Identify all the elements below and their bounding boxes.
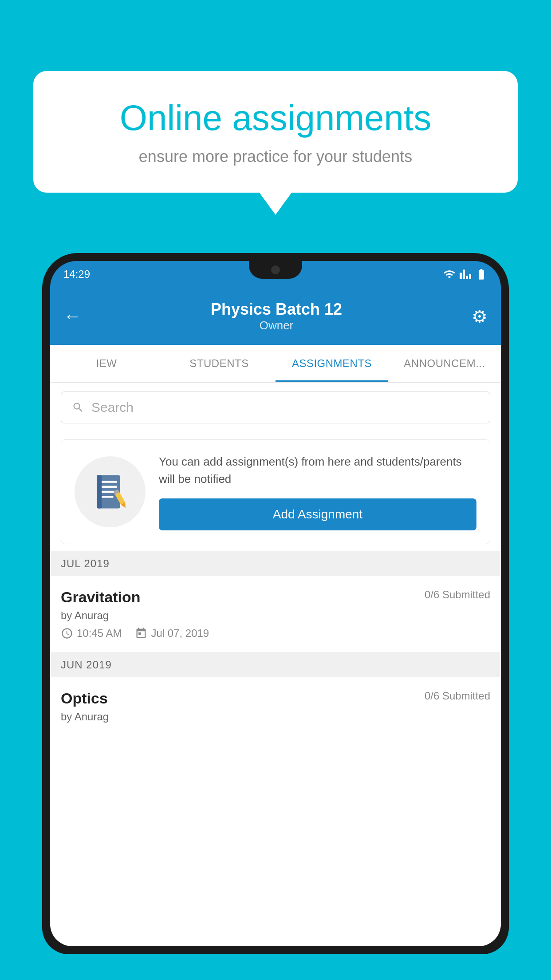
app-header: ← Physics Batch 12 Owner ⚙ [50,288,501,345]
search-icon [72,401,84,414]
time-value-gravitation: 10:45 AM [77,627,122,640]
search-placeholder[interactable]: Search [91,400,134,415]
tabs-bar: IEW STUDENTS ASSIGNMENTS ANNOUNCEM... [50,345,501,383]
tab-assignments[interactable]: ASSIGNMENTS [276,345,388,382]
speech-bubble-container: Online assignments ensure more practice … [33,71,518,193]
tab-announcements[interactable]: ANNOUNCEM... [388,345,501,382]
empty-state-card: You can add assignment(s) from here and … [61,439,490,544]
add-assignment-button[interactable]: Add Assignment [159,498,476,530]
assignment-by-optics: by Anurag [61,711,490,723]
calendar-icon [135,627,147,640]
clock-icon [61,627,73,640]
assignment-submitted-optics: 0/6 Submitted [425,690,490,702]
assignment-submitted-gravitation: 0/6 Submitted [425,589,490,601]
back-button[interactable]: ← [63,306,81,326]
assignment-name-optics: Optics [61,690,108,707]
bubble-subtitle: ensure more practice for your students [69,147,482,166]
assignment-by-gravitation: by Anurag [61,609,490,622]
date-value-gravitation: Jul 07, 2019 [151,627,209,640]
status-time: 14:29 [63,268,90,281]
tab-students[interactable]: STUDENTS [163,345,276,382]
meta-time-gravitation: 10:45 AM [61,627,122,640]
empty-state-description: You can add assignment(s) from here and … [159,453,476,488]
speech-bubble: Online assignments ensure more practice … [33,71,518,193]
status-bar: 14:29 [50,261,501,288]
phone-outer: 14:29 ← [42,253,509,954]
month-separator-jun: JUN 2019 [50,652,501,677]
assignment-row-top: Gravitation 0/6 Submitted [61,589,490,606]
settings-button[interactable]: ⚙ [472,306,488,327]
phone-wrapper: 14:29 ← [42,253,509,980]
assignment-icon-circle [75,456,146,527]
notebook-icon [90,472,130,512]
phone-screen: ← Physics Batch 12 Owner ⚙ IEW STUDENTS … [50,288,501,946]
search-bar[interactable]: Search [61,391,490,423]
assignment-meta-gravitation: 10:45 AM Jul 07, 2019 [61,627,490,640]
batch-subtitle: Owner [211,319,342,332]
search-container: Search [50,383,501,432]
assignment-row-gravitation[interactable]: Gravitation 0/6 Submitted by Anurag 10:4… [50,576,501,652]
month-separator-jul: JUL 2019 [50,551,501,576]
bubble-title: Online assignments [69,98,482,138]
assignment-row-optics[interactable]: Optics 0/6 Submitted by Anurag [50,677,501,741]
phone-notch [249,261,302,279]
empty-state-right: You can add assignment(s) from here and … [159,453,476,530]
battery-icon [475,268,488,281]
camera [271,265,280,274]
meta-date-gravitation: Jul 07, 2019 [135,627,209,640]
header-title-group: Physics Batch 12 Owner [211,300,342,332]
wifi-icon [443,268,456,281]
tab-iew[interactable]: IEW [50,345,163,382]
assignment-name-gravitation: Gravitation [61,589,140,606]
status-icons [443,268,488,281]
svg-rect-1 [97,475,102,509]
signal-icon [459,268,472,281]
batch-title: Physics Batch 12 [211,300,342,319]
assignment-row-top-optics: Optics 0/6 Submitted [61,690,490,707]
